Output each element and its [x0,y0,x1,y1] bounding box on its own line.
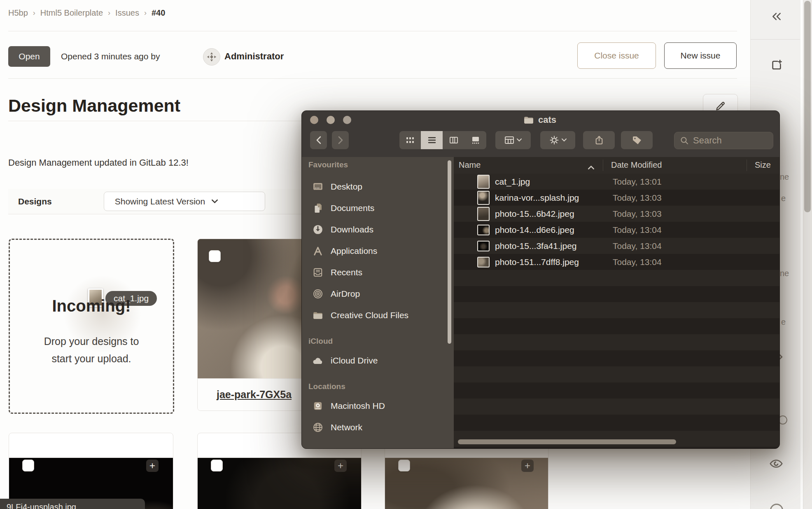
design-dropzone[interactable]: cat_1.jpg Incoming! Drop your designs to… [9,239,174,414]
column-divider[interactable] [603,160,603,171]
back-button[interactable] [310,131,327,149]
sidebar-item-label: Desktop [331,182,362,192]
breadcrumb-item[interactable]: Html5 Boilerplate [40,8,103,18]
share-button[interactable] [583,131,615,149]
confidentiality-eye-icon[interactable] [769,458,783,471]
design-checkbox[interactable] [22,460,34,471]
add-version-plus-badge[interactable]: + [334,460,347,472]
view-mode-segmented-control [399,131,486,149]
tooltip-text: 9LFj4-unsplash.jpg [7,502,76,509]
sidebar-item-creative-cloud-files[interactable]: Creative Cloud Files [308,305,443,325]
column-header-name[interactable]: Name [459,160,481,170]
avatar[interactable] [203,48,220,66]
finder-titlebar[interactable]: cats [302,111,779,157]
design-card-tabby[interactable]: + [9,433,173,509]
tag-button[interactable] [621,131,653,149]
add-todo-button[interactable] [769,58,784,73]
documents-icon [312,202,324,214]
file-row[interactable]: cat_1.jpg Today, 13:01 [454,174,779,190]
plus-label: + [338,461,343,471]
sidebar-section-favourites: Favourites [308,160,348,169]
downloads-icon [312,224,324,235]
sidebar-item-applications[interactable]: Applications [308,241,443,261]
sidebar-section-locations: Locations [308,382,345,391]
design-checkbox[interactable] [209,250,221,262]
sidebar-item-recents[interactable]: Recents [308,263,443,282]
desktop-icon [312,181,324,192]
sidebar-item-documents[interactable]: Documents [308,198,443,218]
gear-icon [549,135,559,145]
horizontal-scrollbar-thumb[interactable] [458,439,676,444]
finder-window[interactable]: cats [301,110,780,449]
tag-icon [632,135,642,145]
version-filter-dropdown[interactable]: Showing Latest Version [104,192,265,211]
search-placeholder: Search [693,135,722,146]
dropzone-heading: Incoming! [10,297,173,315]
icon-view-icon [406,136,415,144]
file-name: cat_1.jpg [495,177,606,187]
sidebar-item-icloud-drive[interactable]: iCloud Drive [308,351,443,371]
todo-icon [771,59,782,71]
column-header-date-modified[interactable]: Date Modified [611,160,662,170]
breadcrumb-item[interactable]: H5bp [8,8,28,18]
column-view-button[interactable] [443,131,464,149]
breadcrumb-separator: › [28,9,40,17]
filename-tooltip: 9LFj4-unsplash.jpg [0,499,145,509]
minimize-window-button[interactable] [327,116,335,124]
sidebar-text-fragment: e [781,317,786,327]
collapse-sidebar-button[interactable] [769,9,784,24]
gallery-view-button[interactable] [464,131,486,149]
file-row[interactable]: photo-15...3fa41.jpeg Today, 13:04 [454,238,779,254]
file-row[interactable]: photo-15...6b42.jpeg Today, 13:03 [454,206,779,222]
sidebar-text-fragment: ne [780,172,789,182]
list-header: Name Date Modified Size [454,157,779,174]
close-window-button[interactable] [310,116,318,124]
column-divider[interactable] [747,160,747,171]
file-row[interactable]: photo-14...d6e6.jpeg Today, 13:04 [454,222,779,238]
design-filename[interactable]: jae-park-7GX5a [217,389,292,401]
chevron-right-icon [337,136,344,144]
globe-icon [312,422,324,433]
group-button[interactable] [495,131,531,149]
chevron-down-icon [212,199,218,204]
forward-button[interactable] [332,131,349,149]
new-issue-button[interactable]: New issue [664,42,737,69]
close-issue-button[interactable]: Close issue [577,42,656,69]
sidebar-item-airdrop[interactable]: AirDrop [308,284,443,304]
search-field[interactable]: Search [674,132,773,149]
file-thumbnail [477,175,490,189]
share-icon [595,135,604,145]
sidebar-item-downloads[interactable]: Downloads [308,220,443,239]
author-name[interactable]: Administrator [224,51,284,62]
design-checkbox[interactable] [398,460,410,471]
list-view-icon [427,136,436,144]
sidebar-item-label: Creative Cloud Files [331,310,408,320]
file-date: Today, 13:04 [613,225,662,235]
zoom-window-button[interactable] [343,116,351,124]
chevron-down-icon [517,138,522,142]
empty-list-stripes [454,270,779,448]
page-scrollbar-thumb[interactable] [804,1,811,212]
action-button[interactable] [540,131,575,149]
list-view-button[interactable] [421,131,443,149]
file-row[interactable]: karina-vor...splash.jpg Today, 13:03 [454,190,779,206]
file-row[interactable]: photo-151...7dff8.jpeg Today, 13:04 [454,254,779,270]
avatar-pattern-icon [205,51,218,63]
file-name: karina-vor...splash.jpg [495,193,606,203]
design-checkbox[interactable] [211,460,223,471]
sidebar-item-network[interactable]: Network [308,418,443,437]
add-version-plus-badge[interactable]: + [146,460,159,472]
folder-icon [312,310,324,321]
add-version-plus-badge[interactable]: + [521,460,534,472]
disk-icon [312,400,324,412]
file-date: Today, 13:03 [613,193,662,203]
breadcrumb-item[interactable]: Issues [115,8,139,18]
column-header-size[interactable]: Size [755,160,771,170]
file-date: Today, 13:04 [613,241,662,251]
sidebar-scrollbar-thumb[interactable] [448,160,451,344]
sidebar-item-label: Recents [331,267,362,277]
sidebar-item-desktop[interactable]: Desktop [308,177,443,197]
sidebar-item-macintosh-hd[interactable]: Macintosh HD [308,396,443,416]
recents-icon [312,267,324,278]
icon-view-button[interactable] [399,131,421,149]
